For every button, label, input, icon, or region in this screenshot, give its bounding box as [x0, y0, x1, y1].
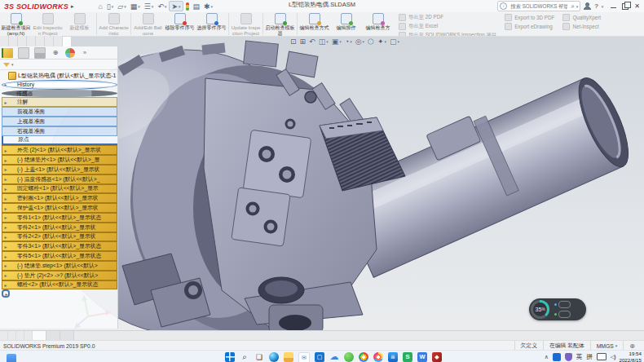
- view-tool-icon[interactable]: ◎: [355, 38, 365, 46]
- ribbon-tab[interactable]: [9, 36, 18, 46]
- help-dropdown-icon[interactable]: ▾: [602, 4, 604, 9]
- dimxpertmanager-tab-icon[interactable]: ⊕: [51, 48, 60, 58]
- ribbon-button[interactable]: Add/Edit Balloons: [132, 12, 164, 36]
- tree-item[interactable]: ▸ 配合: [2, 289, 10, 298]
- quick-access-button[interactable]: ➤: [169, 1, 183, 11]
- filter-dropdown-icon[interactable]: ▾: [11, 62, 14, 67]
- restore-button[interactable]: [622, 3, 629, 10]
- tree-item[interactable]: 前视基准面: [2, 107, 117, 117]
- ribbon-button[interactable]: 新建模板: [64, 12, 95, 36]
- expand-arrow-icon[interactable]: ▸: [2, 176, 9, 182]
- expand-arrow-icon[interactable]: ▸: [2, 224, 9, 230]
- export-command[interactable]: Export eDrawing: [505, 23, 554, 30]
- ribbon-button[interactable]: 编辑检查方: [362, 12, 394, 36]
- zoom-indicator[interactable]: 35%: [529, 298, 586, 320]
- quick-access-button[interactable]: ▯: [105, 1, 115, 11]
- expand-arrow-icon[interactable]: ▸: [2, 272, 9, 278]
- tree-item[interactable]: ▸ 螺栓<2> (默认<<默认>_显示状态: [2, 280, 117, 290]
- tree-item[interactable]: ▸ (-) 温度传感器<1> (默认<<默认>_: [2, 174, 117, 184]
- ribbon-button[interactable]: Add Characteristic: [98, 12, 130, 36]
- tray-chevron-icon[interactable]: ∧: [545, 354, 549, 360]
- expand-arrow-icon[interactable]: ▸: [2, 282, 9, 288]
- language-indicator[interactable]: 英: [576, 353, 583, 361]
- tree-item[interactable]: ▸ 固定螺栓<1> (默认<<默认>_显示: [2, 184, 117, 194]
- expand-arrow-icon[interactable]: ▸: [2, 166, 9, 172]
- expand-arrow-icon[interactable]: ▸: [2, 205, 9, 211]
- tree-item[interactable]: ▸ 保护盖<1> (默认<<默认>_显示状: [2, 203, 117, 213]
- monitor-tray-icon[interactable]: [597, 353, 607, 360]
- expand-arrow-icon[interactable]: ▸: [2, 263, 9, 268]
- tree-item[interactable]: ▸ (-) 绝缘垫片<1> (默认<<默认>_显: [2, 155, 117, 165]
- expand-arrow-icon[interactable]: ▸: [2, 214, 9, 220]
- quick-access-button[interactable]: ✱: [202, 1, 214, 11]
- onedrive-tray-icon[interactable]: [553, 353, 561, 361]
- more-tabs-icon[interactable]: »: [80, 48, 90, 58]
- quick-access-button[interactable]: ⌂: [96, 1, 104, 11]
- export-command[interactable]: 导出至 SOLIDWORKS Inspection 项目: [399, 32, 496, 37]
- tree-item[interactable]: ▸ 零件2<1> (默认<<默认>_显示状: [2, 223, 117, 232]
- ribbon-button[interactable]: 新建检查项目 (amp;N): [0, 12, 32, 36]
- tree-item[interactable]: 上视基准面: [2, 117, 117, 126]
- search-dropdown-icon[interactable]: ▾: [576, 4, 579, 9]
- expand-arrow-icon[interactable]: ▸: [2, 148, 9, 153]
- quick-access-button[interactable]: ▱: [116, 1, 127, 11]
- filter-icon[interactable]: [3, 63, 10, 67]
- taskbar-app-icon[interactable]: [225, 352, 235, 362]
- ribbon-button[interactable]: [130, 13, 131, 35]
- ribbon-button[interactable]: [228, 13, 229, 35]
- ribbon-tab[interactable]: [27, 36, 36, 46]
- view-tool-icon[interactable]: ✦: [377, 38, 387, 46]
- expand-arrow-icon[interactable]: ▸: [2, 82, 9, 87]
- ribbon-button[interactable]: [262, 13, 263, 35]
- expand-arrow-icon[interactable]: ▸: [3, 291, 10, 297]
- taskbar-app-icon[interactable]: ❏: [254, 352, 264, 362]
- search-icon[interactable]: ⌕: [571, 2, 574, 11]
- view-tool-icon[interactable]: ▣: [331, 38, 342, 46]
- tree-item[interactable]: ▸ 零件5<1> (默认<<默认>_显示状态: [2, 251, 117, 261]
- ribbon-tab[interactable]: [63, 36, 72, 46]
- ribbon-tab[interactable]: [0, 36, 9, 46]
- tree-item[interactable]: ▸ 外壳 (2)<1> (默认<<默认>_显示状: [2, 145, 117, 155]
- search-input[interactable]: [509, 2, 569, 10]
- featuremanager-tab-icon[interactable]: [2, 48, 13, 58]
- taskbar-app-icon[interactable]: [269, 352, 279, 362]
- ribbon-tab[interactable]: [45, 36, 54, 46]
- tree-item[interactable]: ▸ 密封圈<1> (默认<<默认>_显示状: [2, 193, 117, 203]
- minimize-button[interactable]: [611, 7, 616, 8]
- search-scope-icon[interactable]: i: [500, 2, 507, 10]
- tree-item[interactable]: 右视基准面: [2, 126, 117, 136]
- menu-expand-icon[interactable]: ▸: [71, 3, 74, 10]
- tree-item[interactable]: ▸ 零件3<1> (默认<<默认>_显示状态: [2, 241, 117, 251]
- ribbon-tab[interactable]: [36, 36, 45, 46]
- taskbar-app-icon[interactable]: ✉: [298, 352, 310, 362]
- quick-access-button[interactable]: [184, 1, 191, 11]
- view-tool-icon[interactable]: ◔: [344, 38, 353, 46]
- export-command[interactable]: 导出至 Excel: [399, 23, 496, 30]
- tree-item[interactable]: ▸ (-) 绝缘垫.step<1> (默认<<默认>: [2, 261, 117, 271]
- ribbon-button[interactable]: Edit Inspection Project: [32, 12, 64, 36]
- tree-item[interactable]: ▸ History: [2, 80, 117, 90]
- quick-access-button[interactable]: ▤: [192, 1, 202, 11]
- taskbar-app-icon[interactable]: [359, 352, 368, 362]
- ime-indicator[interactable]: 拼: [586, 353, 593, 361]
- taskbar-app-icon[interactable]: [373, 352, 383, 362]
- ribbon-button[interactable]: 编辑检查方式: [298, 12, 330, 36]
- taskbar-app-icon[interactable]: W: [417, 352, 427, 362]
- export-command[interactable]: 导出至 2D PDF: [399, 14, 496, 21]
- antivirus-tray-icon[interactable]: [565, 353, 572, 361]
- help-icon[interactable]: ?: [594, 2, 598, 10]
- quick-access-button[interactable]: ▦: [129, 1, 142, 11]
- ribbon-button[interactable]: 选择零件序号: [196, 12, 227, 36]
- ribbon-button[interactable]: 编辑操作: [330, 12, 362, 36]
- tree-item[interactable]: 传感器: [2, 90, 117, 98]
- export-command[interactable]: Net-Inspect: [562, 23, 601, 30]
- view-tool-icon[interactable]: ▢: [389, 38, 400, 46]
- export-command[interactable]: QualityXpert: [562, 14, 601, 21]
- clock[interactable]: 19:54 2022/8/15: [619, 351, 642, 362]
- tree-item[interactable]: ▸ 零件1<1> (默认<<默认>_显示状态: [2, 213, 117, 223]
- taskbar-app-icon[interactable]: [284, 352, 293, 362]
- view-tool-icon[interactable]: ↶: [308, 38, 316, 46]
- taskbar-app-icon[interactable]: ☁: [329, 352, 339, 362]
- expand-arrow-icon[interactable]: ▸: [2, 254, 9, 259]
- ribbon-tab[interactable]: [18, 36, 27, 46]
